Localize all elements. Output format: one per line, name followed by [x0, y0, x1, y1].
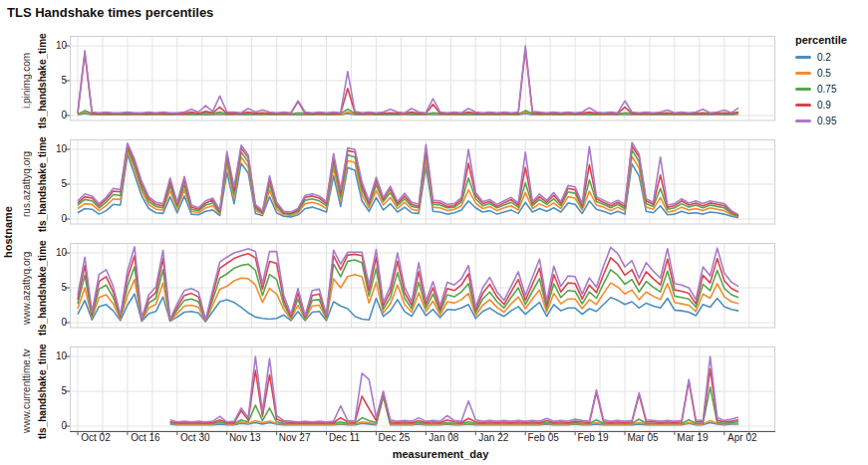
x-tick-label: Feb 05	[528, 432, 559, 443]
y-axis-tick-labels: 1050	[50, 347, 70, 436]
series-line-p0.95	[170, 356, 738, 422]
legend-entry: 0.75	[795, 84, 865, 95]
legend-entry: 0.5	[795, 68, 865, 79]
y-axis-title: tls_handshake_time	[34, 347, 50, 436]
legend-line-swatch-icon	[795, 88, 811, 91]
facet-hostname-label: www.azattyq.org	[18, 243, 34, 333]
y-tick-label: 0	[61, 213, 67, 224]
series-line-p0.75	[170, 387, 738, 423]
y-tick-label: 5	[61, 282, 67, 293]
y-tick-label: 0	[61, 420, 67, 431]
y-axis-title: tls_handshake_time	[34, 139, 50, 229]
legend-line-swatch-icon	[795, 104, 811, 107]
x-tick-label: Mar 19	[677, 432, 708, 443]
x-tick-label: Jan 08	[429, 432, 458, 443]
y-axis-title: tls_handshake_time	[34, 36, 50, 125]
facet-hostname-label: rus.azattyq.org	[18, 139, 34, 229]
x-tick-label: Mar 05	[627, 432, 658, 443]
y-tick-label: 5	[61, 75, 67, 86]
y-tick-label: 0	[61, 317, 67, 328]
y-axis-tick-labels: 1050	[50, 139, 70, 229]
facet-plot	[70, 243, 775, 333]
x-tick-label: Dec 11	[329, 432, 360, 443]
facet-plot	[70, 347, 775, 436]
legend-label: 0.75	[817, 84, 836, 95]
facet-plot	[70, 139, 775, 229]
legend: percentile 0.2 0.5 0.75 0.9 0.95	[795, 34, 865, 131]
legend-line-swatch-icon	[795, 72, 811, 75]
legend-entry: 0.9	[795, 100, 865, 111]
facet-hostname-label: i.pinimg.com	[18, 36, 34, 125]
x-tick-label: Oct 30	[180, 432, 209, 443]
y-tick-label: 10	[56, 40, 67, 51]
legend-label: 0.9	[817, 100, 831, 111]
y-tick-label: 10	[56, 143, 67, 154]
facet-row: www.azattyq.org tls_handshake_time 1050	[18, 243, 775, 333]
x-tick-label: Nov 13	[229, 432, 261, 443]
facet-row: www.currenttime.tv tls_handshake_time 10…	[18, 347, 775, 436]
legend-entry: 0.95	[795, 116, 865, 126]
chart-title: TLS Handshake times percentiles	[7, 5, 213, 20]
legend-title: percentile	[795, 34, 865, 46]
legend-entry: 0.2	[795, 52, 865, 63]
y-axis-title: tls_handshake_time	[34, 243, 50, 333]
x-tick-label: Oct 02	[81, 432, 110, 443]
facet-hostname-label: www.currenttime.tv	[18, 347, 34, 436]
y-axis-tick-labels: 1050	[50, 243, 70, 333]
legend-line-swatch-icon	[795, 119, 811, 122]
facet-plot	[70, 36, 775, 125]
facet-grid: i.pinimg.com tls_handshake_time 1050 rus…	[18, 36, 775, 450]
x-tick-label: Jan 22	[478, 432, 508, 443]
legend-label: 0.95	[817, 116, 836, 126]
legend-label: 0.5	[817, 68, 831, 79]
row-facet-axis-label: hostname	[0, 36, 16, 428]
facet-row: i.pinimg.com tls_handshake_time 1050	[18, 36, 775, 125]
y-tick-label: 10	[56, 247, 67, 258]
legend-line-swatch-icon	[795, 56, 811, 59]
y-tick-label: 5	[61, 178, 67, 189]
y-axis-tick-labels: 1050	[50, 36, 70, 125]
y-tick-label: 5	[61, 385, 67, 396]
series-line-p0.9	[170, 369, 738, 423]
x-axis-title: measurement_day	[88, 448, 793, 460]
x-tick-label: Dec 25	[379, 432, 411, 443]
x-tick-label: Nov 27	[279, 432, 311, 443]
y-tick-label: 10	[56, 350, 67, 361]
x-tick-label: Apr 02	[727, 432, 756, 443]
tls-handshake-percentiles-chart: TLS Handshake times percentiles hostname…	[0, 0, 868, 465]
legend-label: 0.2	[817, 52, 831, 63]
y-tick-label: 0	[61, 110, 67, 120]
x-tick-label: Oct 16	[131, 432, 159, 443]
x-axis-tick-labels: Oct 02Oct 16Oct 30Nov 13Nov 27Dec 11Dec …	[88, 432, 793, 446]
facet-row: rus.azattyq.org tls_handshake_time 1050	[18, 139, 775, 229]
x-tick-label: Feb 19	[578, 432, 609, 443]
